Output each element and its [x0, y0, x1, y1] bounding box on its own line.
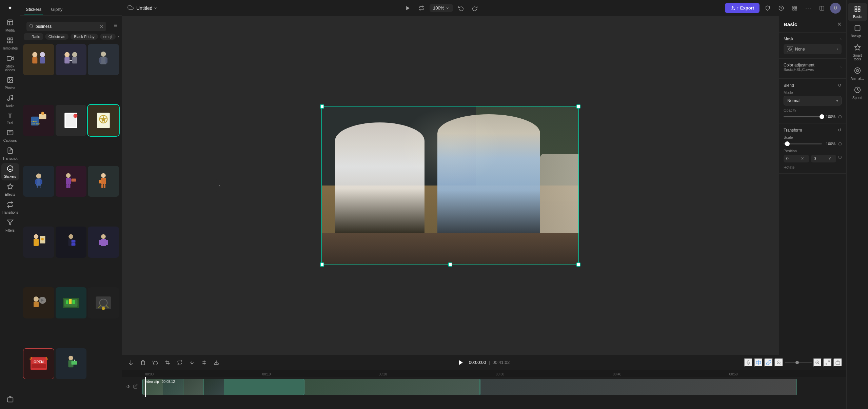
sticker-item[interactable] — [56, 44, 87, 75]
blend-reset[interactable]: ↺ — [838, 83, 842, 88]
rtoolbar-item-speed[interactable]: Speed — [848, 84, 867, 102]
mask-chevron[interactable]: › — [840, 37, 842, 41]
handle-bottom-center[interactable] — [448, 262, 452, 267]
sidebar-item-text[interactable]: T Text — [1, 111, 19, 126]
user-avatar[interactable]: U — [830, 3, 841, 14]
timeline-link-button[interactable] — [764, 358, 773, 367]
grid-button[interactable] — [789, 3, 800, 14]
play-preview-button[interactable] — [402, 3, 413, 14]
zoom-out-button[interactable] — [774, 358, 783, 367]
zoom-slider[interactable] — [785, 362, 812, 363]
sticker-item[interactable]: OPEN 10:00-23:00 — [23, 105, 54, 136]
tag-christmas[interactable]: Christmas — [45, 34, 69, 40]
loop-button[interactable] — [416, 3, 427, 14]
split-at-playhead-button[interactable] — [754, 358, 763, 367]
handle-top-left[interactable] — [320, 104, 324, 109]
blend-mode-select[interactable]: Normal Multiply Screen Overlay Darken Li… — [784, 96, 842, 105]
rtoolbar-item-basic[interactable]: Basic — [848, 3, 867, 21]
sidebar-item-stickers[interactable]: Stickers — [1, 163, 19, 180]
sidebar-item-transitions[interactable]: Transitions — [1, 199, 19, 216]
sidebar-item-subtitles[interactable] — [1, 394, 19, 406]
opacity-slider-thumb[interactable] — [820, 114, 824, 119]
rtoolbar-item-smart-tools[interactable]: Smart tools — [848, 41, 867, 64]
sidebar-item-stock-videos[interactable]: Stock videos — [1, 53, 19, 74]
scale-slider-track[interactable] — [784, 143, 822, 144]
crop-tool[interactable] — [163, 358, 172, 367]
more-tools[interactable] — [187, 358, 197, 367]
zoom-control[interactable]: 100% — [430, 4, 453, 12]
rtoolbar-item-background[interactable]: Backgr... — [848, 22, 867, 41]
sidebar-item-audio[interactable]: Audio — [1, 93, 19, 110]
rtoolbar-item-animate[interactable]: Animat... — [848, 64, 867, 83]
tag-emoji[interactable]: emoji — [100, 34, 116, 40]
transform-reset[interactable]: ↺ — [838, 128, 842, 133]
pos-y-input[interactable] — [814, 156, 827, 161]
track-controls[interactable] — [122, 377, 142, 397]
sidebar-item-effects[interactable]: Effects — [1, 181, 19, 198]
sticker-item[interactable]: ! — [56, 105, 87, 136]
pos-x-input[interactable] — [786, 156, 800, 161]
sticker-item[interactable]: OPEN — [23, 348, 54, 379]
flip-h-tool[interactable] — [175, 358, 184, 367]
handle-top-right[interactable] — [576, 104, 580, 109]
trim-tool[interactable] — [199, 358, 209, 367]
download-tool[interactable] — [212, 358, 221, 367]
sticker-item[interactable] — [23, 166, 54, 197]
fullscreen-timeline-button[interactable] — [823, 358, 832, 367]
video-clip[interactable]: video clip 00:08:12 — [142, 379, 304, 395]
volume-icon[interactable] — [126, 384, 131, 390]
pos-reset[interactable]: ⬡ — [838, 155, 842, 162]
video-clip-3[interactable] — [480, 379, 797, 395]
collapse-icon[interactable]: ‹ — [216, 177, 223, 194]
sticker-item[interactable] — [88, 44, 119, 75]
sticker-item[interactable] — [56, 287, 87, 318]
sticker-item[interactable] — [56, 348, 87, 379]
sidebar-item-templates[interactable]: Templates — [1, 35, 19, 52]
zoom-in-button[interactable] — [813, 358, 822, 367]
sticker-item[interactable] — [88, 287, 119, 318]
play-button[interactable] — [455, 357, 466, 368]
sticker-item[interactable] — [56, 166, 87, 197]
clear-search-icon[interactable]: ✕ — [100, 24, 103, 29]
video-clip-2[interactable] — [304, 379, 480, 395]
sticker-item[interactable] — [56, 227, 87, 258]
redo-button[interactable] — [469, 3, 480, 14]
handle-bottom-left[interactable] — [320, 262, 324, 267]
tags-more[interactable]: › — [118, 34, 119, 39]
shield-icon-btn[interactable] — [762, 3, 773, 14]
delete-tool[interactable] — [138, 358, 148, 367]
sidebar-item-photos[interactable]: Photos — [1, 75, 19, 92]
settings-timeline-button[interactable] — [833, 358, 842, 367]
sticker-item[interactable] — [88, 105, 119, 136]
color-adj-chevron[interactable]: › — [840, 65, 842, 69]
tag-black-friday[interactable]: Black Friday — [71, 34, 98, 40]
sidebar-item-media[interactable]: Media — [1, 17, 19, 34]
scale-slider-thumb[interactable] — [785, 141, 790, 146]
sticker-item[interactable] — [23, 44, 54, 75]
more-button[interactable]: ··· — [803, 3, 814, 14]
close-right-panel[interactable]: ✕ — [837, 21, 842, 27]
sticker-item[interactable] — [23, 227, 54, 258]
split-tool[interactable] — [126, 358, 136, 367]
pencil-icon[interactable] — [133, 384, 138, 390]
help-button[interactable] — [776, 3, 787, 14]
scale-reset[interactable]: ⬡ — [838, 141, 842, 146]
duplicate-tool[interactable] — [151, 358, 160, 367]
playhead[interactable] — [145, 377, 146, 397]
filter-button[interactable] — [111, 23, 119, 29]
export-button[interactable]: ↑ Export — [725, 3, 760, 13]
sticker-item[interactable] — [88, 227, 119, 258]
opacity-reset[interactable]: ⬡ — [838, 114, 842, 119]
project-name[interactable]: Untitled — [136, 5, 158, 11]
sticker-item[interactable] — [23, 287, 54, 318]
layout-button[interactable] — [816, 3, 827, 14]
handle-bottom-right[interactable] — [576, 262, 580, 267]
sidebar-item-transcript[interactable]: Transcript — [1, 145, 19, 162]
opacity-slider-track[interactable] — [784, 116, 822, 117]
undo-button[interactable] — [456, 3, 467, 14]
mask-none-selector[interactable]: None › — [784, 44, 842, 54]
search-input[interactable] — [36, 24, 98, 29]
sticker-item[interactable] — [88, 166, 119, 197]
sidebar-item-filters[interactable]: Filters — [1, 217, 19, 234]
tab-giphy[interactable]: Giphy — [50, 4, 64, 15]
